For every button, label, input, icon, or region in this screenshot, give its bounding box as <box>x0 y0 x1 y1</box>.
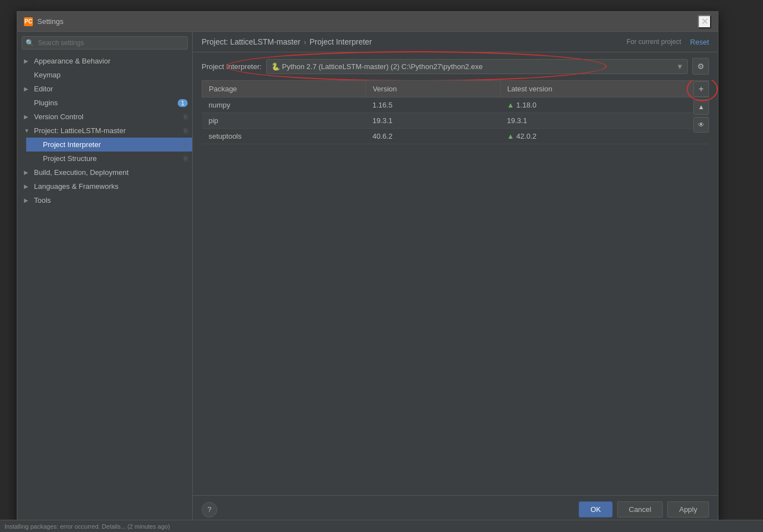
table-header-row: Package Version Latest version <box>202 81 709 97</box>
breadcrumb-current: Project Interpreter <box>310 37 372 46</box>
sidebar-item-plugins[interactable]: Plugins 1 <box>17 96 192 110</box>
sidebar-item-tools[interactable]: ▶ Tools <box>17 193 192 207</box>
sidebar-item-project-interpreter[interactable]: Project Interpreter ⎘ <box>26 138 192 152</box>
sidebar-item-label: Project Interpreter <box>43 140 182 149</box>
col-header-package: Package <box>202 81 366 97</box>
expand-arrow-icon: ▼ <box>24 128 32 134</box>
expand-arrow-icon: ▶ <box>24 197 32 203</box>
sidebar-item-label: Project Structure <box>43 154 182 163</box>
col-header-latest: Latest version <box>500 81 708 97</box>
package-latest: ▲42.0.2 <box>500 129 708 144</box>
sidebar-item-label: Build, Execution, Deployment <box>34 168 188 177</box>
sidebar-item-editor[interactable]: ▶ Editor <box>17 82 192 96</box>
sidebar-item-languages[interactable]: ▶ Languages & Frameworks <box>17 179 192 193</box>
sidebar-item-build[interactable]: ▶ Build, Execution, Deployment <box>17 165 192 179</box>
sidebar-item-label: Languages & Frameworks <box>34 182 188 191</box>
interpreter-select-wrap: 🐍 Python 2.7 (LatticeLSTM-master) (2) C:… <box>266 59 688 74</box>
settings-dialog: PC Settings ✕ 🔍 ▶ Appearance & Behavior … <box>17 11 718 524</box>
scroll-up-button[interactable]: ▲ <box>693 99 709 115</box>
table-row: numpy 1.16.5 ▲1.18.0 <box>202 97 709 113</box>
show-details-button[interactable]: 👁 <box>693 117 709 133</box>
expand-arrow-icon: ▶ <box>24 183 32 189</box>
breadcrumb-separator: › <box>304 38 306 46</box>
status-message: Installing packages: error occurred. Det… <box>4 523 170 530</box>
project-children: Project Interpreter ⎘ Project Structure … <box>17 138 192 165</box>
search-input[interactable] <box>22 36 188 50</box>
dialog-body: 🔍 ▶ Appearance & Behavior Keymap ▶ Edito… <box>17 32 718 523</box>
expand-arrow-icon: ▶ <box>24 86 32 92</box>
sidebar-item-project-structure[interactable]: Project Structure ⎘ <box>26 152 192 165</box>
title-bar: PC Settings ✕ <box>17 12 718 32</box>
ok-button[interactable]: OK <box>579 501 613 518</box>
cancel-button[interactable]: Cancel <box>617 501 663 518</box>
package-version: 19.3.1 <box>366 113 501 129</box>
breadcrumb-project: Project: LatticeLSTM-master <box>202 37 300 46</box>
expand-arrow-icon: ▶ <box>24 169 32 175</box>
interpreter-select[interactable]: 🐍 Python 2.7 (LatticeLSTM-master) (2) C:… <box>266 59 688 74</box>
copy-icon: ⎘ <box>184 141 188 149</box>
package-name: setuptools <box>202 129 366 144</box>
package-name: pip <box>202 113 366 129</box>
sidebar-item-label: Project: LatticeLSTM-master <box>34 126 182 135</box>
sidebar-item-keymap[interactable]: Keymap <box>17 68 192 82</box>
package-version: 40.6.2 <box>366 129 501 144</box>
interpreter-gear-button[interactable]: ⚙ <box>692 58 709 75</box>
status-bar: Installing packages: error occurred. Det… <box>0 520 763 532</box>
sidebar-item-label: Editor <box>34 85 188 93</box>
sidebar-item-label: Keymap <box>34 71 188 79</box>
packages-table-wrap: Package Version Latest version numpy 1.1… <box>193 80 718 495</box>
copy-icon: ⎘ <box>184 127 188 135</box>
sidebar-item-label: Plugins <box>34 99 175 107</box>
package-name: numpy <box>202 97 366 113</box>
search-icon: 🔍 <box>26 39 34 47</box>
expand-arrow-icon: ▶ <box>24 114 32 120</box>
search-box: 🔍 <box>22 36 188 50</box>
close-button[interactable]: ✕ <box>698 15 711 28</box>
for-current-project-label: For current project <box>627 38 681 46</box>
plugins-badge: 1 <box>178 99 188 107</box>
add-button-wrap: + <box>693 81 709 97</box>
help-button[interactable]: ? <box>202 502 217 518</box>
sidebar-item-appearance[interactable]: ▶ Appearance & Behavior <box>17 54 192 68</box>
reset-button[interactable]: Reset <box>690 38 709 46</box>
main-content: Project: LatticeLSTM-master › Project In… <box>193 32 718 523</box>
packages-table: Package Version Latest version numpy 1.1… <box>202 80 709 144</box>
sidebar-item-vcs[interactable]: ▶ Version Control ⎘ <box>17 110 192 124</box>
pycharm-icon: PC <box>24 17 33 26</box>
sidebar-item-label: Appearance & Behavior <box>34 57 188 65</box>
package-latest: 19.3.1 <box>500 113 708 129</box>
dialog-footer: ? OK Cancel Apply <box>193 495 718 523</box>
dialog-title: Settings <box>37 17 698 26</box>
table-actions: + ▲ 👁 <box>693 80 709 133</box>
add-package-button[interactable]: + <box>693 81 709 97</box>
interpreter-label: Project Interpreter: <box>202 62 262 71</box>
apply-button[interactable]: Apply <box>667 501 709 518</box>
table-row: pip 19.3.1 19.3.1 <box>202 113 709 129</box>
sidebar-item-label: Version Control <box>34 113 182 121</box>
table-row: setuptools 40.6.2 ▲42.0.2 <box>202 129 709 144</box>
breadcrumb-bar: Project: LatticeLSTM-master › Project In… <box>193 32 718 52</box>
copy-icon: ⎘ <box>184 113 188 121</box>
interpreter-row: Project Interpreter: 🐍 Python 2.7 (Latti… <box>193 52 718 80</box>
expand-arrow-icon: ▶ <box>24 58 32 64</box>
sidebar: 🔍 ▶ Appearance & Behavior Keymap ▶ Edito… <box>17 32 193 523</box>
col-header-version: Version <box>366 81 501 97</box>
copy-icon: ⎘ <box>184 155 188 163</box>
footer-left: ? <box>202 502 217 518</box>
sidebar-item-label: Tools <box>34 196 188 204</box>
sidebar-item-project[interactable]: ▼ Project: LatticeLSTM-master ⎘ <box>17 124 192 138</box>
package-version: 1.16.5 <box>366 97 501 113</box>
package-latest: ▲1.18.0 <box>500 97 708 113</box>
